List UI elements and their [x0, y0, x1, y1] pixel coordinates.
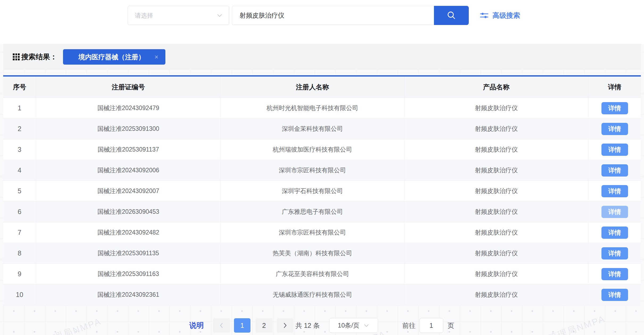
- row-product: 射频皮肤治疗仪: [404, 119, 588, 139]
- row-detail-cell: 详情: [588, 284, 641, 305]
- row-registrant: 深圳市宗匠科技有限公司: [221, 222, 404, 243]
- row-index: 2: [3, 119, 36, 139]
- row-index: 7: [3, 222, 36, 243]
- chevron-right-icon: [282, 322, 288, 329]
- row-registrant: 杭州时光机智能电子科技有限公司: [221, 98, 404, 118]
- row-detail-cell: 详情: [588, 119, 641, 139]
- advanced-search-link[interactable]: 高级搜索: [479, 6, 520, 25]
- row-registrant: 热芙美（湖南）科技有限公司: [221, 243, 404, 263]
- search-input[interactable]: 射频皮肤治疗仪: [232, 6, 434, 25]
- goto-page-input[interactable]: 1: [419, 318, 443, 333]
- total-count: 共 12 条: [295, 318, 320, 333]
- row-index: 3: [3, 139, 36, 160]
- table-row: 3 国械注准20253091137 杭州瑞彼加医疗科技有限公司 射频皮肤治疗仪 …: [3, 139, 641, 160]
- detail-button[interactable]: 详情: [601, 123, 628, 135]
- row-product: 射频皮肤治疗仪: [404, 139, 588, 160]
- row-cert-no: 国械注准20253091135: [36, 243, 221, 263]
- filter-tag-label: 境内医疗器械（注册）: [72, 53, 152, 61]
- col-header-detail: 详情: [588, 77, 641, 98]
- detail-button[interactable]: 详情: [601, 185, 628, 197]
- row-detail-cell: 详情: [588, 222, 641, 243]
- row-cert-no: 国械注准20243092361: [36, 284, 221, 305]
- row-index: 1: [3, 98, 36, 118]
- category-select[interactable]: 请选择: [128, 6, 229, 25]
- row-detail-cell: 详情: [588, 181, 641, 201]
- row-detail-cell: 详情: [588, 139, 641, 160]
- row-cert-no: 国械注准20253091163: [36, 264, 221, 284]
- page: 国家药品监督管理局NMPA 国家药品监督管理局NMPA 国家药品监督管理局NMP…: [0, 0, 644, 335]
- table-row: 1 国械注准20243092479 杭州时光机智能电子科技有限公司 射频皮肤治疗…: [3, 98, 641, 119]
- detail-button[interactable]: 详情: [601, 289, 628, 301]
- row-registrant: 深圳市宗匠科技有限公司: [221, 160, 404, 181]
- detail-button[interactable]: 详情: [601, 227, 628, 239]
- table-header-row: 序号 注册证编号 注册人名称 产品名称 详情: [3, 77, 641, 98]
- row-product: 射频皮肤治疗仪: [404, 222, 588, 243]
- page-size-select[interactable]: 10条/页: [329, 318, 378, 333]
- detail-button[interactable]: 详情: [601, 247, 628, 259]
- row-index: 4: [3, 160, 36, 181]
- detail-button[interactable]: 详情: [601, 268, 628, 280]
- row-registrant: 深圳金茉科技有限公司: [221, 119, 404, 139]
- row-cert-no: 国械注准20243092007: [36, 181, 221, 201]
- sliders-icon: [479, 10, 489, 20]
- page-button-1[interactable]: 1: [234, 318, 250, 333]
- note-link[interactable]: 说明: [189, 318, 204, 333]
- detail-button[interactable]: 详情: [601, 102, 628, 114]
- page-button-2[interactable]: 2: [256, 318, 273, 333]
- chevron-down-icon: [216, 12, 223, 19]
- row-detail-cell: 详情: [588, 160, 641, 181]
- row-registrant: 深圳宇石科技有限公司: [221, 181, 404, 201]
- next-page-button[interactable]: [277, 318, 293, 333]
- prev-page-button[interactable]: [213, 318, 230, 333]
- table-row: 9 国械注准20253091163 广东花至美容科技有限公司 射频皮肤治疗仪 详…: [3, 264, 641, 284]
- table-row: 8 国械注准20253091135 热芙美（湖南）科技有限公司 射频皮肤治疗仪 …: [3, 243, 641, 264]
- col-header-index: 序号: [3, 77, 36, 98]
- search-input-value: 射频皮肤治疗仪: [240, 11, 284, 20]
- row-cert-no: 国械注准20243092479: [36, 98, 221, 118]
- row-cert-no: 国械注准20243092006: [36, 160, 221, 181]
- search-icon: [446, 10, 457, 21]
- pagination: 说明 1 2 共 12 条 10条/页 前往 1 页: [0, 318, 644, 333]
- table-row: 2 国械注准20253091300 深圳金茉科技有限公司 射频皮肤治疗仪 详情: [3, 119, 641, 139]
- table-row: 10 国械注准20243092361 无锡威脉通医疗科技有限公司 射频皮肤治疗仪…: [3, 284, 641, 305]
- detail-button[interactable]: 详情: [601, 206, 628, 218]
- results-label: 搜索结果：: [21, 52, 57, 62]
- row-registrant: 广东花至美容科技有限公司: [221, 264, 404, 284]
- results-bar: 搜索结果： 境内医疗器械（注册） ×: [3, 44, 641, 70]
- detail-button[interactable]: 详情: [601, 144, 628, 156]
- advanced-search-label: 高级搜索: [492, 11, 520, 20]
- row-product: 射频皮肤治疗仪: [404, 243, 588, 263]
- close-icon[interactable]: ×: [152, 53, 158, 61]
- table-row: 6 国械注准20263090453 广东雅思电子有限公司 射频皮肤治疗仪 详情: [3, 202, 641, 222]
- row-index: 9: [3, 264, 36, 284]
- page-size-value: 10条/页: [338, 321, 359, 330]
- goto-label: 前往: [402, 318, 416, 333]
- row-product: 射频皮肤治疗仪: [404, 202, 588, 222]
- table-row: 4 国械注准20243092006 深圳市宗匠科技有限公司 射频皮肤治疗仪 详情: [3, 160, 641, 181]
- search-bar: 请选择 射频皮肤治疗仪 高级搜索: [0, 0, 644, 44]
- goto-page-value: 1: [429, 322, 433, 329]
- col-header-product: 产品名称: [404, 77, 588, 98]
- row-detail-cell: 详情: [588, 243, 641, 263]
- row-cert-no: 国械注准20263090453: [36, 202, 221, 222]
- row-cert-no: 国械注准20253091300: [36, 119, 221, 139]
- row-product: 射频皮肤治疗仪: [404, 98, 588, 118]
- row-product: 射频皮肤治疗仪: [404, 181, 588, 201]
- row-detail-cell: 详情: [588, 202, 641, 222]
- goto-suffix: 页: [448, 318, 454, 333]
- row-index: 10: [3, 284, 36, 305]
- category-select-placeholder: 请选择: [135, 11, 216, 20]
- row-product: 射频皮肤治疗仪: [404, 160, 588, 181]
- row-product: 射频皮肤治疗仪: [404, 284, 588, 305]
- table-row: 7 国械注准20243092482 深圳市宗匠科技有限公司 射频皮肤治疗仪 详情: [3, 222, 641, 243]
- row-detail-cell: 详情: [588, 98, 641, 118]
- detail-button[interactable]: 详情: [601, 164, 628, 177]
- col-header-registrant: 注册人名称: [221, 77, 404, 98]
- row-product: 射频皮肤治疗仪: [404, 264, 588, 284]
- grid-icon: [13, 53, 20, 60]
- search-button[interactable]: [434, 6, 469, 25]
- filter-tag[interactable]: 境内医疗器械（注册） ×: [63, 49, 165, 65]
- row-registrant: 杭州瑞彼加医疗科技有限公司: [221, 139, 404, 160]
- row-registrant: 无锡威脉通医疗科技有限公司: [221, 284, 404, 305]
- row-index: 8: [3, 243, 36, 263]
